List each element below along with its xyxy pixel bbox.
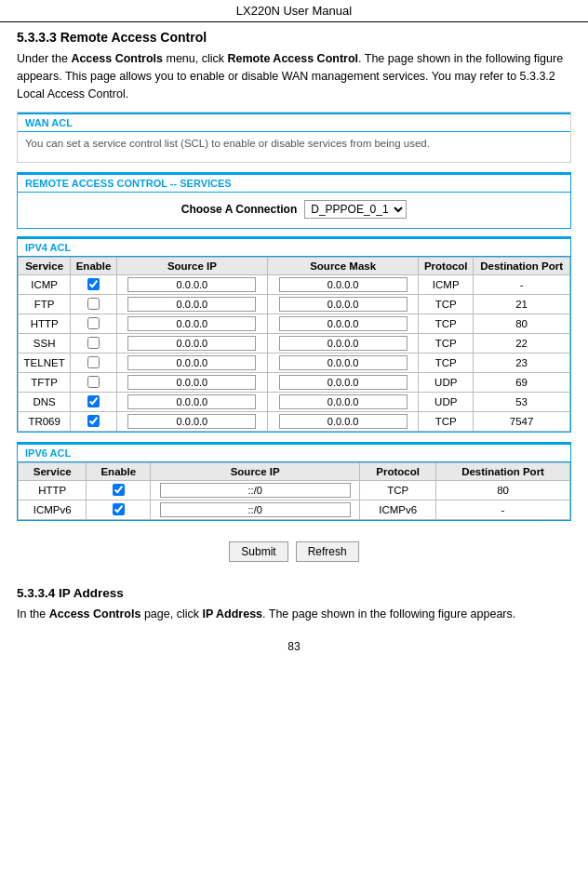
col-source-ip: Source IP (151, 463, 360, 481)
source-mask-input[interactable] (279, 414, 408, 429)
source-ip-input[interactable] (127, 297, 256, 312)
source-ip-input[interactable] (127, 394, 256, 409)
cell-enable[interactable] (71, 393, 117, 412)
cell-source-mask[interactable] (268, 373, 419, 393)
source-mask-input[interactable] (279, 355, 408, 370)
ipv6-acl-header: IPV6 ACL (18, 443, 570, 462)
enable-checkbox[interactable] (87, 395, 100, 407)
cell-enable[interactable] (71, 412, 117, 432)
cell-service: HTTP (19, 481, 87, 500)
submit-button[interactable]: Submit (229, 541, 287, 562)
ipv4-table-header-row: Service Enable Source IP Source Mask Pro… (19, 258, 570, 275)
cell-source-mask[interactable] (268, 295, 419, 314)
cell-dest-port: 80 (436, 481, 570, 500)
cell-enable[interactable] (87, 500, 151, 520)
source-ip-input[interactable] (127, 316, 256, 331)
source-ip-input[interactable] (127, 336, 256, 351)
cell-service: ICMPv6 (19, 500, 87, 520)
wan-acl-section: WAN ACL You can set a service control li… (17, 112, 571, 163)
enable-checkbox[interactable] (87, 415, 100, 427)
cell-protocol: ICMPv6 (360, 500, 436, 520)
cell-protocol: TCP (419, 314, 474, 334)
cell-protocol: UDP (419, 373, 474, 393)
cell-dest-port: 80 (474, 314, 570, 334)
cell-source-ip[interactable] (116, 373, 267, 393)
cell-dest-port: - (474, 275, 570, 295)
cell-protocol: TCP (419, 334, 474, 354)
cell-source-ip[interactable] (116, 275, 267, 295)
cell-source-ip[interactable] (116, 295, 267, 314)
source-ip-input[interactable] (160, 502, 351, 517)
source-mask-input[interactable] (279, 336, 408, 351)
cell-dest-port: - (436, 500, 570, 520)
enable-checkbox[interactable] (87, 356, 100, 368)
cell-source-mask[interactable] (268, 412, 419, 432)
cell-enable[interactable] (71, 275, 117, 295)
intro-paragraph: Under the Access Controls menu, click Re… (17, 50, 571, 102)
cell-service: TR069 (19, 412, 71, 432)
connection-select[interactable]: D_PPPOE_0_1 (304, 200, 407, 219)
cell-source-ip[interactable] (116, 314, 267, 334)
cell-dest-port: 53 (474, 393, 570, 412)
cell-source-mask[interactable] (268, 275, 419, 295)
table-row: FTP TCP 21 (19, 295, 570, 314)
col-protocol: Protocol (419, 258, 474, 275)
cell-source-ip[interactable] (116, 354, 267, 373)
col-enable: Enable (87, 463, 151, 481)
col-dest-port: Destination Port (436, 463, 570, 481)
cell-source-ip[interactable] (116, 334, 267, 354)
source-mask-input[interactable] (279, 316, 408, 331)
page-number: 83 (0, 640, 588, 653)
cell-protocol: ICMP (419, 275, 474, 295)
table-row: SSH TCP 22 (19, 334, 570, 354)
cell-service: SSH (19, 334, 71, 354)
wan-acl-description: You can set a service control list (SCL)… (18, 132, 570, 162)
source-ip-input[interactable] (127, 375, 256, 390)
enable-checkbox[interactable] (113, 503, 125, 515)
col-protocol: Protocol (360, 463, 436, 481)
enable-checkbox[interactable] (113, 484, 125, 496)
cell-enable[interactable] (71, 334, 117, 354)
table-row: TFTP UDP 69 (19, 373, 570, 393)
ipv4-acl-table: Service Enable Source IP Source Mask Pro… (18, 257, 570, 432)
source-ip-input[interactable] (160, 483, 351, 498)
cell-source-mask[interactable] (268, 334, 419, 354)
cell-enable[interactable] (71, 354, 117, 373)
source-mask-input[interactable] (279, 394, 408, 409)
cell-enable[interactable] (87, 481, 151, 500)
buttons-row: Submit Refresh (17, 530, 571, 577)
source-mask-input[interactable] (279, 375, 408, 390)
source-mask-input[interactable] (279, 277, 408, 292)
enable-checkbox[interactable] (87, 298, 100, 310)
cell-source-mask[interactable] (268, 393, 419, 412)
enable-checkbox[interactable] (87, 278, 100, 290)
cell-source-ip[interactable] (116, 412, 267, 432)
cell-service: TFTP (19, 373, 71, 393)
cell-dest-port: 21 (474, 295, 570, 314)
ipv4-acl-section: IPV4 ACL Service Enable Source IP Source… (17, 236, 571, 433)
source-ip-input[interactable] (127, 355, 256, 370)
source-ip-input[interactable] (127, 277, 256, 292)
cell-enable[interactable] (71, 314, 117, 334)
cell-source-mask[interactable] (268, 354, 419, 373)
remote-access-header: REMOTE ACCESS CONTROL -- SERVICES (18, 173, 570, 193)
col-service: Service (19, 463, 87, 481)
cell-enable[interactable] (71, 295, 117, 314)
cell-source-ip[interactable] (151, 500, 360, 520)
cell-protocol: TCP (419, 295, 474, 314)
ipv6-table-header-row: Service Enable Source IP Protocol Destin… (19, 463, 570, 481)
cell-source-ip[interactable] (151, 481, 360, 500)
table-row: TELNET TCP 23 (19, 354, 570, 373)
table-row: ICMPv6 ICMPv6 - (19, 500, 570, 520)
source-mask-input[interactable] (279, 297, 408, 312)
cell-source-ip[interactable] (116, 393, 267, 412)
cell-enable[interactable] (71, 373, 117, 393)
choose-connection-label: Choose A Connection (181, 203, 297, 216)
enable-checkbox[interactable] (87, 337, 100, 349)
enable-checkbox[interactable] (87, 317, 100, 329)
refresh-button[interactable]: Refresh (296, 541, 359, 562)
source-ip-input[interactable] (127, 414, 256, 429)
cell-service: DNS (19, 393, 71, 412)
cell-source-mask[interactable] (268, 314, 419, 334)
enable-checkbox[interactable] (87, 376, 100, 388)
